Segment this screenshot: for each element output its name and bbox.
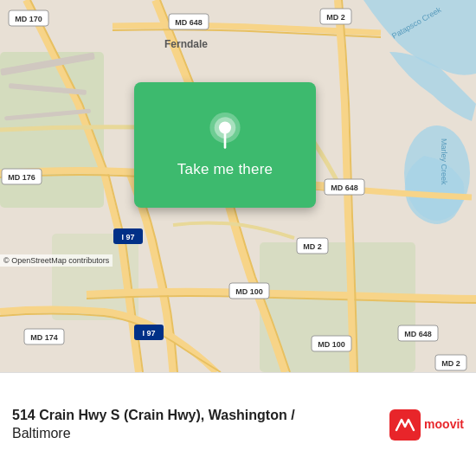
map-container: MD 170 MD 648 MD 2 MD 176 I 97 MD 648 MD… [0,0,476,372]
svg-text:Ferndale: Ferndale [164,38,208,50]
svg-text:MD 100: MD 100 [318,340,345,349]
svg-text:MD 170: MD 170 [15,15,42,23]
svg-text:I 97: I 97 [142,329,155,338]
svg-text:MD 648: MD 648 [331,183,358,192]
moovit-logo-icon [389,409,421,441]
svg-text:MD 176: MD 176 [8,173,35,182]
svg-text:Marley Creek: Marley Creek [440,138,448,185]
svg-text:MD 100: MD 100 [235,287,263,296]
svg-text:I 97: I 97 [121,233,134,241]
info-bar: 514 Crain Hwy S (Crain Hwy), Washington … [0,372,476,476]
take-me-there-button[interactable]: Take me there [177,161,273,178]
location-pin-icon [206,113,244,151]
moovit-label: moovit [424,418,464,431]
svg-text:MD 2: MD 2 [326,13,345,22]
svg-text:MD 2: MD 2 [303,242,322,251]
moovit-logo: moovit [389,409,464,441]
svg-text:MD 2: MD 2 [441,359,460,368]
svg-text:MD 174: MD 174 [30,333,58,342]
address-line: 514 Crain Hwy S (Crain Hwy), Washington … [12,407,381,425]
svg-text:MD 648: MD 648 [404,330,432,338]
map-attribution: © OpenStreetMap contributors [0,254,113,267]
city-line: Baltimore [12,425,381,443]
svg-text:MD 648: MD 648 [175,18,203,27]
info-text: 514 Crain Hwy S (Crain Hwy), Washington … [12,407,381,443]
action-card: Take me there [134,82,316,208]
